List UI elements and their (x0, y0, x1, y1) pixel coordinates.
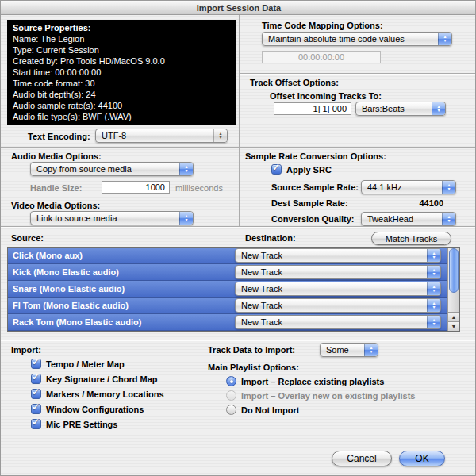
popup-arrows-icon: ▴ ▾ (427, 282, 440, 295)
radio-dot (230, 380, 233, 383)
src-options-header: Sample Rate Conversion Options: (245, 152, 386, 161)
time-code-mapping-value: Maintain absolute time code values (268, 34, 405, 44)
audio-media-dropdown[interactable]: Copy from source media ▴ ▾ (30, 162, 194, 176)
track-data-dropdown[interactable]: Some ▴ ▾ (320, 343, 378, 357)
source-property-line: Name: The Legion (13, 33, 231, 44)
tracks-scrollbar[interactable]: ▲ ▼ (447, 248, 459, 331)
divider (1, 226, 476, 227)
source-property-line: Audio sample rate(s): 44100 (13, 100, 231, 111)
timecode-field: 00:00:00:00 (262, 51, 381, 63)
time-code-mapping-header: Time Code Mapping Options: (262, 21, 383, 30)
time-code-mapping-dropdown[interactable]: Maintain absolute time code values ▴ ▾ (262, 32, 452, 46)
track-offset-header: Track Offset Options: (250, 78, 339, 87)
checkmark-icon: ✓ (32, 356, 40, 367)
track-row[interactable]: Fl Tom (Mono Elastic audio) New Track ▴ … (8, 298, 448, 314)
import-replace-radio[interactable] (226, 376, 236, 386)
checkmark-icon: ✓ (32, 416, 40, 428)
timecode-value: 00:00:00:00 (298, 52, 344, 62)
popup-arrows-icon: ▴ ▾ (442, 213, 455, 225)
divider (240, 73, 476, 74)
popup-arrows-icon: ▴ ▾ (432, 102, 445, 115)
popup-arrows-icon: ▴ ▾ (427, 266, 440, 278)
import-session-data-dialog: Import Session Data Source Properties: N… (0, 0, 476, 476)
import-overlay-label: Import – Overlay new on existing playlis… (241, 391, 415, 401)
handle-size-field[interactable]: 1000 (102, 181, 170, 194)
track-source-name: Rack Tom (Mono Elastic audio) (13, 317, 141, 327)
track-source-name: Kick (Mono Elastic audio) (13, 267, 119, 277)
popup-arrows-icon: ▴ ▾ (179, 212, 193, 225)
conversion-quality-label: Conversion Quality: (271, 214, 355, 224)
dest-sample-rate-label: Dest Sample Rate: (271, 198, 348, 208)
track-source-name: Snare (Mono Elastic audio) (13, 284, 125, 294)
offset-unit-value: Bars:Beats (362, 104, 405, 113)
source-properties-panel: Source Properties: Name: The Legion Type… (7, 20, 236, 125)
scrollbar-thumb[interactable] (449, 248, 459, 293)
key-signature-chord-map-checkbox[interactable]: ✓ (31, 374, 41, 384)
track-destination-dropdown[interactable]: New Track ▴ ▾ (235, 298, 441, 313)
track-row[interactable]: Snare (Mono Elastic audio) New Track ▴ ▾ (8, 281, 448, 298)
import-overlay-radio (226, 390, 236, 401)
source-sample-rate-dropdown[interactable]: 44.1 kHz ▴ ▾ (361, 180, 456, 194)
ok-button[interactable]: OK (399, 451, 445, 466)
offset-unit-dropdown[interactable]: Bars:Beats ▴ ▾ (355, 102, 446, 116)
do-not-import-radio[interactable] (226, 405, 236, 415)
conversion-quality-value: TweakHead (367, 214, 413, 224)
source-property-line: Start time: 00:00:00:00 (13, 67, 231, 78)
window-configurations-checkbox[interactable]: ✓ (31, 404, 41, 414)
import-replace-label: Import – Replace existing playlists (241, 377, 384, 386)
tempo-meter-map-label: Tempo / Meter Map (46, 359, 125, 369)
popup-arrows-icon: ▴ ▾ (427, 316, 440, 328)
track-row[interactable]: Click (Mono aux) New Track ▴ ▾ (8, 248, 448, 264)
source-property-line: Time code format: 30 (13, 78, 231, 89)
offset-value: 1| 1| 000 (313, 104, 347, 113)
popup-arrows-icon: ▴ ▾ (427, 299, 440, 312)
main-playlist-options-header: Main Playlist Options: (208, 363, 299, 372)
source-property-line: Audio bit depth(s): 24 (13, 89, 231, 100)
track-destination-dropdown[interactable]: New Track ▴ ▾ (235, 315, 441, 329)
scroll-down-icon[interactable]: ▼ (448, 321, 459, 331)
scroll-up-icon[interactable]: ▲ (448, 312, 459, 321)
divider (239, 15, 240, 227)
popup-arrows-icon: ▴ ▾ (427, 249, 440, 262)
do-not-import-label: Do Not Import (241, 405, 299, 415)
text-encoding-value: UTF-8 (102, 131, 126, 140)
track-source-name: Fl Tom (Mono Elastic audio) (13, 301, 129, 310)
track-row[interactable]: Kick (Mono Elastic audio) New Track ▴ ▾ (8, 264, 448, 281)
window-titlebar[interactable]: Import Session Data (1, 1, 476, 15)
popup-arrows-icon: ▴ ▾ (364, 344, 378, 356)
text-encoding-dropdown[interactable]: UTF-8 ▴ ▾ (95, 129, 228, 143)
audio-media-value: Copy from source media (36, 164, 132, 174)
conversion-quality-dropdown[interactable]: TweakHead ▴ ▾ (361, 212, 456, 226)
import-header: Import: (11, 345, 41, 355)
offset-value-field[interactable]: 1| 1| 000 (274, 102, 351, 115)
markers-memory-locations-checkbox[interactable]: ✓ (31, 389, 41, 399)
video-media-dropdown[interactable]: Link to source media ▴ ▾ (30, 211, 194, 225)
handle-size-label: Handle Size: (30, 183, 82, 193)
popup-arrows-icon: ▴ ▾ (438, 33, 451, 45)
apply-src-checkbox[interactable]: ✓ (271, 164, 282, 175)
offset-incoming-label: Offset Incoming Tracks To: (270, 91, 382, 101)
text-encoding-label: Text Encoding: (28, 132, 90, 141)
match-tracks-button[interactable]: Match Tracks (371, 232, 451, 245)
track-destination-dropdown[interactable]: New Track ▴ ▾ (235, 248, 441, 263)
source-sample-rate-label: Source Sample Rate: (271, 182, 359, 192)
handle-size-value: 1000 (146, 182, 165, 192)
track-row[interactable]: Rack Tom (Mono Elastic audio) New Track … (8, 314, 448, 331)
cancel-button[interactable]: Cancel (332, 451, 392, 466)
window-configurations-label: Window Configurations (46, 405, 144, 414)
track-destination-dropdown[interactable]: New Track ▴ ▾ (235, 265, 441, 279)
divider (1, 340, 476, 340)
source-sample-rate-value: 44.1 kHz (367, 182, 401, 192)
source-property-line: Audio file type(s): BWF (.WAV) (13, 111, 231, 122)
mic-pre-settings-label: Mic PRE Settings (46, 420, 117, 429)
popup-arrows-icon: ▴ ▾ (442, 181, 455, 194)
checkmark-icon: ✓ (32, 371, 40, 382)
checkmark-icon: ✓ (32, 386, 40, 397)
mic-pre-settings-checkbox[interactable]: ✓ (31, 419, 41, 429)
audio-media-header: Audio Media Options: (11, 152, 102, 161)
tempo-meter-map-checkbox[interactable]: ✓ (31, 359, 41, 369)
track-data-value: Some (326, 345, 349, 355)
apply-src-label: Apply SRC (286, 165, 332, 175)
track-data-to-import-label: Track Data to Import: (208, 345, 295, 355)
track-destination-dropdown[interactable]: New Track ▴ ▾ (235, 282, 441, 296)
